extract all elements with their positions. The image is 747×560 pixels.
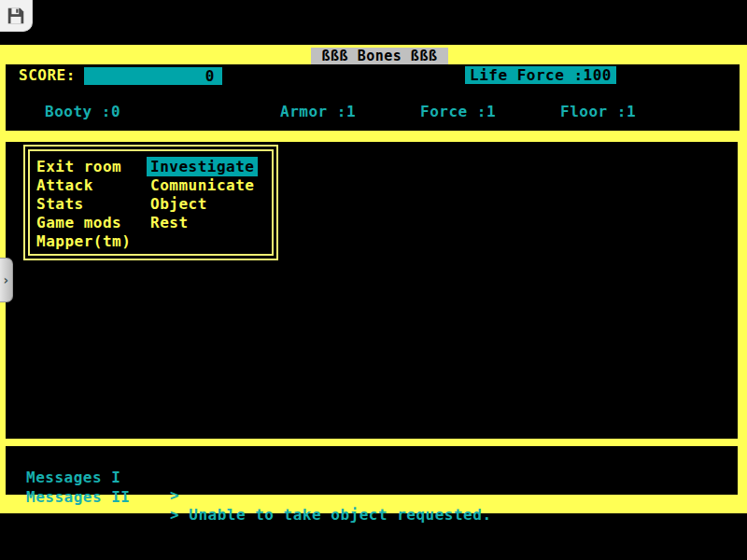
floppy-disk-icon (6, 6, 26, 26)
hud-panel: SCORE: 0 Life Force :100 Booty :0 Armor … (6, 64, 740, 131)
stat-armor: Armor :1 (280, 103, 356, 120)
life-force-badge: Life Force :100 (465, 66, 616, 84)
stat-force: Force :1 (420, 103, 496, 120)
stat-floor: Floor :1 (560, 103, 636, 120)
messages-panel: Messages I > Messages II > Unable to tak… (6, 446, 738, 495)
side-drawer-tab[interactable]: › (0, 258, 13, 302)
messages-2-label: Messages II (26, 488, 166, 506)
selected-menu-highlight: Investigate (147, 157, 258, 176)
command-menu: Exit room Attack Stats Game mods Mapper(… (23, 145, 278, 260)
menu-item-game-mods[interactable]: Game mods (36, 214, 131, 232)
message-row: Messages II > Unable to take object requ… (6, 470, 44, 541)
menu-item-mapper[interactable]: Mapper(tm) (36, 232, 131, 251)
chevron-right-icon: › (2, 273, 10, 287)
menu-item-attack[interactable]: Attack (36, 176, 131, 195)
messages-2-text: > Unable to take object requested. (170, 506, 730, 524)
score-label: SCORE: (19, 66, 76, 84)
menu-column-left: Exit room Attack Stats Game mods Mapper(… (36, 158, 131, 251)
menu-column-right: Investigate Communicate Object Rest (150, 158, 258, 232)
menu-item-investigate[interactable]: Investigate (150, 158, 258, 176)
command-menu-inner: Exit room Attack Stats Game mods Mapper(… (28, 149, 274, 256)
menu-item-stats[interactable]: Stats (36, 195, 131, 214)
messages-1-text: > (170, 486, 730, 504)
game-title: ßßß Bones ßßß (311, 48, 448, 64)
messages-1-label: Messages I (26, 469, 166, 486)
menu-item-rest[interactable]: Rest (150, 214, 258, 232)
menu-item-object[interactable]: Object (150, 195, 258, 214)
menu-item-communicate[interactable]: Communicate (150, 176, 258, 195)
room-panel: Exit room Attack Stats Game mods Mapper(… (6, 142, 738, 439)
score-bar: 0 (84, 67, 222, 85)
menu-item-exit-room[interactable]: Exit room (36, 158, 131, 176)
bones-game-window: { "colors": { "frame_yellow": "#FFFF55",… (0, 0, 747, 560)
stat-booty: Booty :0 (45, 103, 120, 120)
save-button[interactable] (0, 0, 33, 32)
